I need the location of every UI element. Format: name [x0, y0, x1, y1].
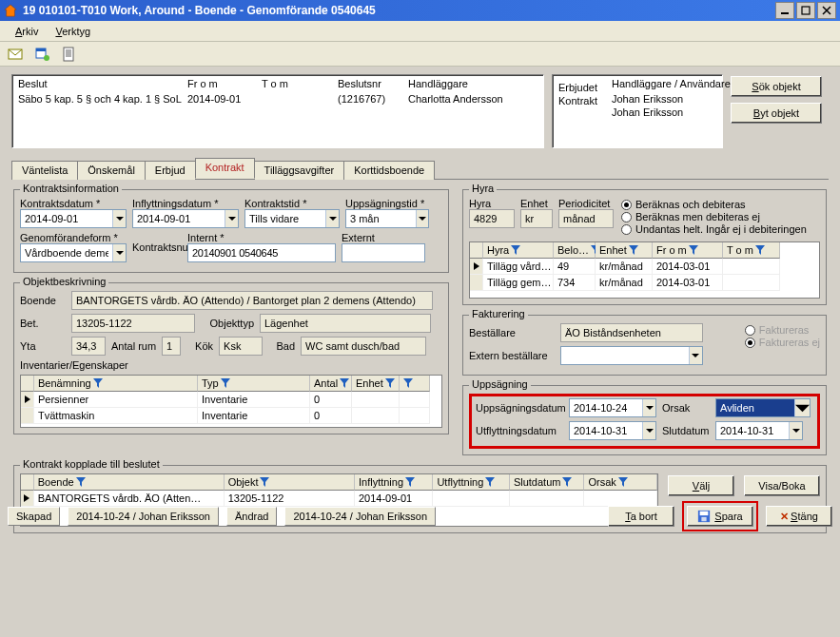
menu-bar: Arkiv Verktyg	[0, 21, 840, 42]
hyra-value: 4829	[469, 209, 515, 228]
maximize-button[interactable]	[796, 2, 815, 19]
highlight-uppsagning: Uppsägningsdatum Orsak Avliden Utflyttni…	[469, 394, 820, 449]
row-pointer-icon	[24, 396, 31, 403]
search-object-button[interactable]: Sök objekt	[731, 76, 822, 97]
filter-icon[interactable]	[618, 477, 628, 487]
close-page-button[interactable]: ✕Stäng	[766, 506, 832, 527]
inventory-table[interactable]: Benämning Typ Antal Enhet PersiennerInve…	[20, 375, 442, 428]
orsak-select[interactable]: Avliden	[715, 398, 811, 417]
filter-icon[interactable]	[385, 378, 395, 388]
save-button[interactable]: Spara	[687, 506, 753, 527]
chevron-down-icon[interactable]	[416, 210, 428, 227]
table-row[interactable]: Tillägg vård…49kr/månad2014-03-01	[470, 259, 819, 275]
col-beslut: Beslut	[18, 77, 176, 92]
extern-bestallare-select[interactable]	[560, 346, 703, 365]
status-andrad-label: Ändrad	[226, 507, 277, 526]
tab-vantelista[interactable]: Väntelista	[11, 161, 78, 180]
table-row[interactable]: PersiennerInventarie0	[21, 392, 441, 408]
group-kontraktsinformation: Kontraktsinformation Kontraktsdatum * In…	[13, 189, 449, 273]
filter-icon[interactable]	[562, 477, 572, 487]
visa-boka-button[interactable]: Visa/Boka	[744, 475, 820, 496]
tab-onskemal[interactable]: Önskemål	[77, 161, 146, 180]
delete-button[interactable]: Ta bort	[608, 506, 674, 527]
inflyttningsdatum-input[interactable]	[132, 209, 239, 228]
kontraktstid-select[interactable]	[244, 209, 340, 228]
chevron-down-icon[interactable]	[789, 422, 802, 439]
uppsagningstid-select[interactable]	[345, 209, 429, 228]
close-x-icon: ✕	[780, 511, 789, 523]
table-row[interactable]: Tillägg gem…734kr/månad2014-03-01	[470, 275, 819, 291]
filter-icon[interactable]	[629, 245, 638, 255]
svg-rect-5	[36, 48, 46, 51]
col-from: Fr o m	[187, 77, 250, 92]
mail-icon[interactable]	[8, 47, 23, 62]
table-row[interactable]: TvättmaskinInventarie0	[21, 408, 441, 424]
chevron-down-icon[interactable]	[689, 347, 702, 364]
kontraktsdatum-input[interactable]	[20, 209, 127, 228]
svg-rect-10	[702, 517, 707, 521]
utflyttningsdatum-input[interactable]	[569, 421, 656, 440]
valj-button[interactable]: Välj	[668, 475, 734, 496]
tab-erbjud[interactable]: Erbjud	[145, 161, 196, 180]
tab-tillaggsavgifter[interactable]: Tilläggsavgifter	[254, 161, 345, 180]
highlight-save: Spara	[682, 501, 758, 531]
filter-icon[interactable]	[511, 245, 520, 255]
menu-file[interactable]: Arkiv	[8, 24, 46, 39]
radio-faktureras-ej: Faktureras ej	[745, 337, 820, 348]
radio-beraknas-ej-debiteras[interactable]: Beräknas men debiteras ej	[621, 211, 820, 222]
bet-value: 13205-1122	[71, 314, 195, 333]
status-bar: Skapad 2014-10-24 / Johan Eriksson Ändra…	[8, 501, 832, 531]
col-beslutsnr: Beslutsnr	[338, 77, 397, 92]
group-objektbeskrivning: Objektbeskrivning Boende BANTORGETS vård…	[13, 282, 449, 434]
chevron-down-icon[interactable]	[225, 210, 238, 227]
kok-value: Ksk	[219, 337, 263, 356]
menu-tools[interactable]: Verktyg	[48, 24, 98, 39]
filter-icon[interactable]	[689, 245, 698, 255]
status-skapad-label: Skapad	[8, 507, 60, 526]
toolbar	[0, 42, 840, 67]
enhet-value: kr	[520, 209, 553, 228]
tab-korttidsboende[interactable]: Korttidsboende	[343, 161, 435, 180]
radio-faktureras: Faktureras	[745, 324, 820, 336]
chevron-down-icon[interactable]	[642, 399, 655, 416]
svg-rect-2	[802, 7, 810, 14]
radio-beraknas-debiteras[interactable]: Beräknas och debiteras	[621, 199, 820, 210]
internt-input[interactable]	[187, 243, 336, 262]
change-object-button[interactable]: Byt objekt	[731, 103, 822, 124]
group-fakturering: Fakturering Beställare ÄO Biståndsenhete…	[462, 315, 827, 376]
filter-icon[interactable]	[260, 477, 269, 487]
filter-icon[interactable]	[340, 378, 349, 388]
status-andrad-value: 2014-10-24 / Johan Eriksson	[284, 507, 436, 526]
filter-icon[interactable]	[485, 477, 495, 487]
minimize-button[interactable]	[775, 2, 794, 19]
hyra-table[interactable]: Hyra Belo… Enhet Fr o m T o m Tillägg vå…	[469, 241, 820, 299]
decision-info-panel: BeslutSäbo 5 kap. 5 § och 4 kap. 1 § SoL…	[11, 74, 544, 148]
chevron-down-icon[interactable]	[794, 399, 810, 416]
filter-icon[interactable]	[76, 477, 86, 487]
filter-icon[interactable]	[755, 245, 765, 255]
svg-point-6	[44, 55, 49, 61]
filter-icon[interactable]	[93, 378, 103, 388]
filter-icon[interactable]	[403, 378, 413, 388]
tab-kontrakt[interactable]: Kontrakt	[195, 158, 255, 179]
close-button[interactable]	[817, 2, 836, 19]
filter-icon[interactable]	[221, 378, 230, 388]
chevron-down-icon[interactable]	[112, 244, 126, 261]
chevron-down-icon[interactable]	[112, 210, 126, 227]
genomforandeform-select[interactable]	[20, 243, 127, 262]
tab-bar: Väntelista Önskemål Erbjud Kontrakt Till…	[11, 158, 829, 180]
bestallare-value: ÄO Biståndsenheten	[560, 323, 703, 342]
slutdatum-input[interactable]	[715, 421, 803, 440]
window-title: 19 010101-T010 Work, Around - Boende - G…	[23, 4, 775, 17]
user-info-panel: Erbjudet Kontrakt Handläggare / Användar…	[552, 74, 723, 148]
chevron-down-icon[interactable]	[325, 210, 339, 227]
chevron-down-icon[interactable]	[642, 422, 655, 439]
antal-rum-value: 1	[162, 337, 181, 356]
new-window-icon[interactable]	[34, 47, 49, 62]
filter-icon[interactable]	[405, 477, 415, 487]
period-value: månad	[558, 209, 614, 228]
radio-undantas[interactable]: Undantas helt. Ingår ej i debiteringen	[621, 223, 820, 235]
document-icon[interactable]	[61, 47, 76, 62]
externt-input[interactable]	[342, 243, 425, 262]
uppsagningsdatum-input[interactable]	[569, 398, 656, 417]
